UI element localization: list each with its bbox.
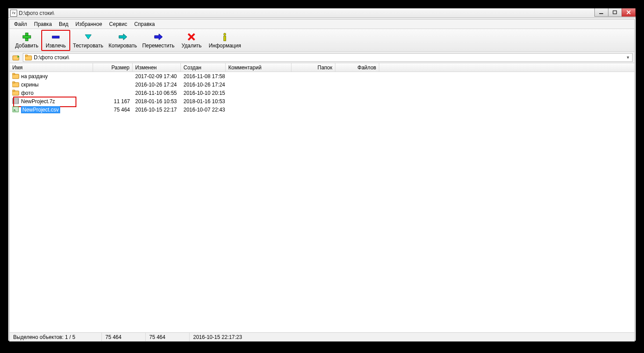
- delete-label: Удалить: [182, 43, 202, 49]
- copy-label: Копировать: [108, 43, 137, 49]
- folder-icon: [12, 90, 19, 97]
- svg-rect-9: [224, 36, 226, 41]
- file-name: NewProject.csv: [21, 106, 60, 113]
- header-name[interactable]: Имя: [10, 63, 93, 72]
- folder-icon: [25, 54, 32, 61]
- header-comment[interactable]: Комментарий: [226, 63, 291, 72]
- add-label: Добавить: [15, 43, 38, 49]
- client-area: Файл Правка Вид Избранное Сервис Справка…: [9, 19, 635, 342]
- statusbar: Выделено объектов: 1 / 5 75 464 75 464 2…: [10, 332, 634, 341]
- table-row[interactable]: фото2016-11-10 06:552016-10-10 20:15: [10, 89, 634, 97]
- svg-rect-15: [12, 73, 15, 75]
- file-name: на раздачу: [21, 73, 48, 79]
- file-created: 2016-10-07 22:43: [181, 107, 226, 113]
- status-time: 2016-10-15 22:17:23: [190, 333, 634, 341]
- window-title: D:\фото стоки\: [19, 10, 54, 16]
- extract-label: Извлечь: [46, 43, 66, 49]
- info-label: Информация: [209, 43, 241, 49]
- add-button[interactable]: Добавить: [12, 30, 41, 51]
- file-name: фото: [21, 90, 33, 96]
- check-icon: [83, 32, 93, 42]
- folder-icon: [12, 81, 19, 88]
- delete-button[interactable]: Удалить: [177, 30, 206, 51]
- status-selection: Выделено объектов: 1 / 5: [10, 333, 102, 341]
- folder-icon: [12, 73, 19, 80]
- path-combo[interactable]: D:\фото стоки\ ▼: [23, 53, 633, 62]
- menu-favorites[interactable]: Избранное: [72, 20, 106, 28]
- header-created[interactable]: Создан: [181, 63, 226, 72]
- header-files[interactable]: Файлов: [335, 63, 379, 72]
- file-size: 75 464: [93, 107, 133, 113]
- svg-marker-5: [85, 35, 91, 39]
- address-bar: D:\фото стоки\ ▼: [10, 52, 634, 63]
- file-created: 2016-10-10 20:15: [181, 90, 226, 96]
- file-modified: 2016-11-10 06:55: [133, 90, 181, 96]
- menu-view[interactable]: Вид: [55, 20, 72, 28]
- column-headers: Имя Размер Изменен Создан Комментарий Па…: [10, 63, 634, 72]
- header-folders[interactable]: Папок: [291, 63, 335, 72]
- svg-rect-19: [12, 90, 15, 91]
- table-row[interactable]: на раздачу2017-02-09 17:402016-11-08 17:…: [10, 72, 634, 80]
- file-list: Имя Размер Изменен Создан Комментарий Па…: [10, 63, 634, 332]
- move-label: Переместить: [142, 43, 175, 49]
- table-row[interactable]: скрины2016-10-26 17:242016-10-26 17:24: [10, 80, 634, 89]
- status-size2: 75 464: [146, 333, 190, 341]
- toolbar: Добавить Извлечь Тестировать Копировать: [10, 29, 634, 52]
- svg-text:a,: a,: [14, 108, 16, 112]
- svg-marker-7: [155, 34, 162, 40]
- file-name: скрины: [21, 82, 39, 88]
- copy-arrow-icon: [118, 32, 128, 42]
- info-icon: [220, 32, 230, 42]
- x-icon: [187, 32, 196, 42]
- file-size: 11 167: [93, 98, 133, 104]
- svg-rect-17: [12, 82, 15, 83]
- file-modified: 2017-02-09 17:40: [133, 73, 181, 79]
- svg-rect-4: [52, 36, 59, 38]
- folder-up-icon: [12, 54, 20, 61]
- info-button[interactable]: Информация: [206, 30, 243, 51]
- menubar: Файл Правка Вид Избранное Сервис Справка: [10, 19, 634, 29]
- file-modified: 2018-01-16 10:53: [133, 98, 181, 104]
- menu-file[interactable]: Файл: [11, 20, 31, 28]
- menu-tools[interactable]: Сервис: [106, 20, 131, 28]
- path-text: D:\фото стоки\: [34, 54, 69, 61]
- csv-icon: a,: [12, 106, 19, 113]
- move-button[interactable]: Переместить: [140, 30, 177, 51]
- test-label: Тестировать: [73, 43, 103, 49]
- table-row[interactable]: a,NewProject.csv75 4642016-10-15 22:1720…: [10, 105, 634, 114]
- list-body[interactable]: на раздачу2017-02-09 17:402016-11-08 17:…: [10, 72, 634, 332]
- move-arrow-icon: [154, 32, 163, 42]
- menu-help[interactable]: Справка: [131, 20, 158, 28]
- archive-icon: [12, 98, 19, 105]
- svg-rect-0: [599, 13, 603, 14]
- test-button[interactable]: Тестировать: [70, 30, 106, 51]
- minus-icon: [51, 32, 61, 42]
- svg-rect-1: [613, 11, 617, 14]
- header-size[interactable]: Размер: [93, 63, 133, 72]
- app-window: 7z D:\фото стоки\ Файл Правка Вид Избран…: [8, 8, 636, 341]
- titlebar[interactable]: 7z D:\фото стоки\: [8, 8, 636, 18]
- svg-point-8: [224, 33, 226, 35]
- svg-rect-13: [25, 55, 28, 56]
- chevron-down-icon[interactable]: ▼: [625, 54, 631, 61]
- file-name: NewProject.7z: [21, 98, 55, 104]
- file-created: 2018-01-16 10:53: [181, 98, 226, 104]
- status-size1: 75 464: [102, 333, 146, 341]
- maximize-button[interactable]: [608, 8, 622, 17]
- table-row[interactable]: NewProject.7z11 1672018-01-16 10:532018-…: [10, 97, 634, 105]
- app-icon: 7z: [10, 10, 17, 17]
- extract-button[interactable]: Извлечь: [41, 30, 70, 51]
- plus-icon: [22, 32, 32, 42]
- copy-button[interactable]: Копировать: [106, 30, 140, 51]
- file-modified: 2016-10-15 22:17: [133, 107, 181, 113]
- svg-marker-6: [119, 34, 127, 40]
- file-created: 2016-10-26 17:24: [181, 82, 226, 88]
- menu-edit[interactable]: Правка: [31, 20, 56, 28]
- header-modified[interactable]: Изменен: [133, 63, 181, 72]
- close-button[interactable]: [622, 8, 636, 17]
- file-created: 2016-11-08 17:58: [181, 73, 226, 79]
- minimize-button[interactable]: [594, 8, 608, 17]
- window-controls: [595, 8, 636, 17]
- file-modified: 2016-10-26 17:24: [133, 82, 181, 88]
- up-button[interactable]: [11, 53, 21, 62]
